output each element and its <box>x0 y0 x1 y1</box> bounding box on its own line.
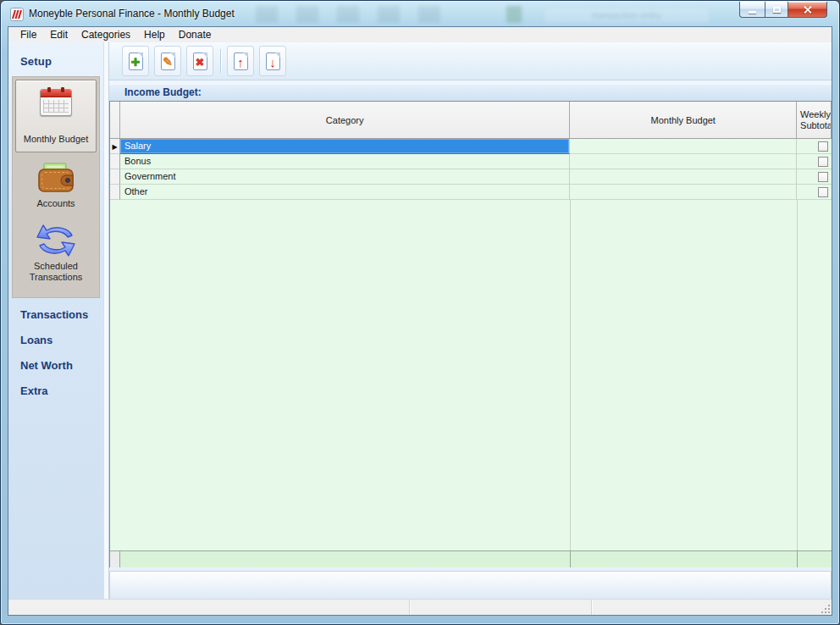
sidebar-item-extra[interactable]: Extra <box>20 384 48 397</box>
menu-edit[interactable]: Edit <box>43 27 75 42</box>
status-panel <box>592 600 832 615</box>
row-pointer-icon: ▶ <box>112 143 117 151</box>
category-cell[interactable]: Government <box>120 169 570 185</box>
add-icon: ✚ <box>129 53 143 70</box>
sidebar-item-accounts[interactable]: Accounts <box>13 162 99 209</box>
edit-icon: ✎ <box>161 53 175 70</box>
maximize-button[interactable] <box>765 2 788 18</box>
app-window: transaction entry Moneyble Personal Fina… <box>0 0 840 625</box>
footer-category-cell <box>120 551 571 567</box>
import-icon: ↑ <box>234 53 248 70</box>
column-divider <box>797 200 798 551</box>
table-row[interactable]: Bonus <box>110 154 832 169</box>
sidebar-item-net-worth[interactable]: Net Worth <box>20 359 73 372</box>
weekly-subtotal-checkbox[interactable] <box>818 157 828 167</box>
sidebar-label-accounts: Accounts <box>13 198 99 209</box>
status-bar <box>8 599 832 615</box>
status-panel <box>410 600 592 615</box>
weekly-subtotal-cell[interactable] <box>797 169 832 185</box>
row-header-cell[interactable] <box>110 185 120 200</box>
sidebar: Setup Mo <box>8 42 103 599</box>
main-panel: ✚ ✎ ✖ ↑ ↓ <box>109 42 832 599</box>
calendar-icon <box>40 89 72 116</box>
monthly-budget-cell[interactable] <box>570 185 797 200</box>
monthly-budget-cell[interactable] <box>570 139 797 154</box>
window-controls <box>739 2 827 18</box>
titlebar-ghost-tooltip: transaction entry <box>544 8 710 24</box>
footer-weekly-subtotal-cell <box>798 551 832 567</box>
grid-header-row: Category Monthly Budget Weekly Subtotals <box>110 102 832 139</box>
sidebar-splitter[interactable] <box>103 42 109 599</box>
monthly-budget-cell[interactable] <box>570 169 797 185</box>
monthly-budget-cell[interactable] <box>570 154 797 169</box>
toolbar: ✚ ✎ ✖ ↑ ↓ <box>109 42 832 80</box>
weekly-subtotal-cell[interactable] <box>797 154 832 169</box>
toolbar-separator <box>220 49 221 73</box>
import-button[interactable]: ↑ <box>227 46 254 76</box>
menu-file[interactable]: File <box>14 27 43 42</box>
window-body: Setup Mo <box>8 42 832 599</box>
section-title: Income Budget: <box>124 86 202 98</box>
bottom-panel <box>109 571 832 602</box>
weekly-subtotal-cell[interactable] <box>797 139 832 154</box>
column-header-monthly-budget[interactable]: Monthly Budget <box>570 102 797 139</box>
row-header-cell[interactable] <box>110 169 120 185</box>
window-frame: transaction entry Moneyble Personal Fina… <box>0 0 840 625</box>
close-icon <box>803 5 812 14</box>
add-button[interactable]: ✚ <box>122 46 149 76</box>
menu-bar: File Edit Categories Help Donate <box>8 27 832 42</box>
sidebar-item-loans[interactable]: Loans <box>20 334 52 346</box>
grid-corner-cell <box>110 102 120 139</box>
app-logo-icon <box>10 8 24 21</box>
delete-icon: ✖ <box>193 53 207 70</box>
wallet-icon <box>36 162 76 196</box>
weekly-subtotal-cell[interactable] <box>797 185 832 200</box>
delete-button[interactable]: ✖ <box>186 46 213 76</box>
menu-categories[interactable]: Categories <box>75 27 137 42</box>
footer-monthly-budget-cell <box>571 551 798 567</box>
section-header: Income Budget: <box>109 84 832 101</box>
column-divider <box>570 200 571 551</box>
minimize-button[interactable] <box>739 2 765 18</box>
status-panel <box>8 600 410 615</box>
window-title: Moneyble Personal Finance - Monthly Budg… <box>29 2 235 26</box>
sidebar-item-scheduled-transactions[interactable]: Scheduled Transactions <box>13 223 99 283</box>
footer-gutter-cell <box>110 551 120 567</box>
titlebar-ghost-artifact <box>506 6 522 23</box>
edit-button[interactable]: ✎ <box>154 46 181 76</box>
menu-donate[interactable]: Donate <box>172 27 218 42</box>
category-cell[interactable]: Salary <box>120 139 570 154</box>
maximize-icon <box>773 7 781 13</box>
sidebar-item-transactions[interactable]: Transactions <box>20 308 88 321</box>
sidebar-label-monthly-budget: Monthly Budget <box>24 134 88 144</box>
export-icon: ↓ <box>266 53 280 70</box>
table-row[interactable]: Government <box>110 169 832 185</box>
sidebar-heading-setup: Setup <box>20 55 52 68</box>
column-header-category[interactable]: Category <box>120 102 570 139</box>
minimize-icon <box>749 11 756 14</box>
table-row[interactable]: ▶ Salary <box>110 139 832 154</box>
weekly-subtotal-checkbox[interactable] <box>818 172 828 182</box>
resize-grip[interactable] <box>828 611 830 613</box>
titlebar-ghost-artifact <box>256 6 450 23</box>
sync-arrows-icon <box>34 223 78 258</box>
weekly-subtotal-checkbox[interactable] <box>818 187 828 197</box>
menu-help[interactable]: Help <box>137 27 172 42</box>
weekly-subtotal-checkbox[interactable] <box>818 141 828 152</box>
income-budget-grid: Category Monthly Budget Weekly Subtotals… <box>109 101 832 567</box>
close-button[interactable] <box>788 2 827 18</box>
category-cell[interactable]: Other <box>120 185 570 200</box>
column-header-weekly-subtotals[interactable]: Weekly Subtotals <box>797 102 832 139</box>
grid-footer-row <box>110 550 832 567</box>
setup-panel: Monthly Budget <box>12 76 100 298</box>
category-cell[interactable]: Bonus <box>120 154 570 169</box>
client-area: File Edit Categories Help Donate Setup <box>8 26 832 616</box>
row-header-cell[interactable] <box>110 154 120 169</box>
row-header-cell[interactable]: ▶ <box>110 139 120 154</box>
table-row[interactable]: Other <box>110 185 832 200</box>
titlebar[interactable]: transaction entry Moneyble Personal Fina… <box>2 2 838 26</box>
sidebar-label-scheduled-transactions: Scheduled Transactions <box>18 261 94 283</box>
sidebar-item-monthly-budget[interactable]: Monthly Budget <box>15 80 97 152</box>
export-button[interactable]: ↓ <box>259 46 286 76</box>
